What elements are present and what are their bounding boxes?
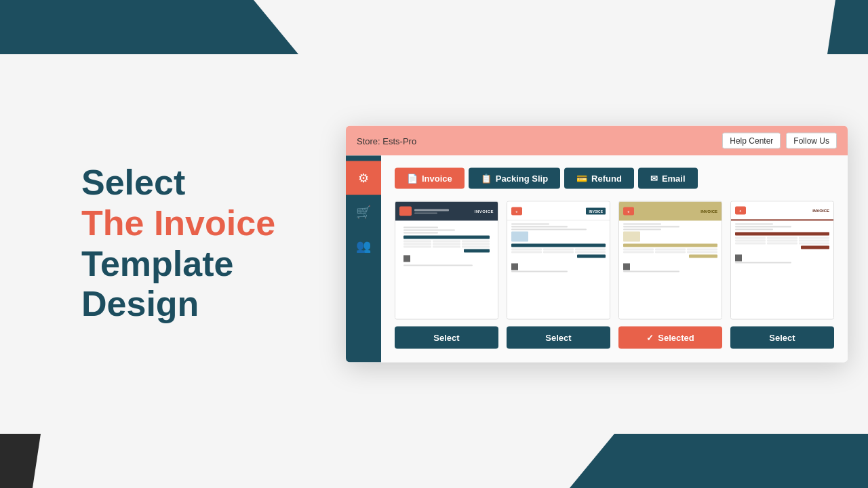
checkmark-icon: ✓ [646,333,654,343]
follow-us-button[interactable]: Follow Us [786,133,837,149]
tpl2-header: e INVOICE [507,202,610,221]
main-content: 📄 Invoice 📋 Packing Slip 💳 Refund ✉ Emai… [381,156,848,363]
tpl1-lines [399,224,494,270]
gear-icon: ⚙ [358,171,369,186]
tpl4-invoice-badge: INVOICE [812,209,829,213]
template-card-3: e INVOICE [618,201,722,349]
template-preview-4: e INVOICE [730,201,834,320]
left-hero-section: Select The Invoice Template Design [81,163,275,325]
tab-invoice-label: Invoice [422,174,452,184]
tpl1-title-block [414,209,472,214]
tab-packing-slip-label: Packing Slip [496,174,548,184]
app-panel: Store: Ests-Pro Help Center Follow Us ⚙ … [346,126,848,363]
selected-label-3: Selected [658,333,694,343]
tpl1-logo [399,207,412,216]
tpl3-header: e INVOICE [619,202,722,221]
template-preview-2: e INVOICE [507,201,610,320]
sidebar-item-settings[interactable]: ⚙ [346,161,381,195]
select-button-1[interactable]: Select [395,327,498,349]
tab-refund-label: Refund [591,174,622,184]
tpl1-title-line [414,209,449,211]
decorative-corner-top-right [827,0,868,54]
email-icon: ✉ [650,174,658,184]
sidebar-item-users[interactable]: 👥 [346,229,381,263]
invoice-icon: 📄 [407,174,418,184]
tab-email[interactable]: ✉ Email [638,168,698,189]
tab-invoice[interactable]: 📄 Invoice [395,168,465,189]
tpl3-lines [619,221,722,277]
template-card-4: e INVOICE [730,201,834,349]
template-card-2: e INVOICE [507,201,610,349]
tpl2-logo: e [511,207,522,215]
store-name: Store: Ests-Pro [357,136,416,146]
templates-grid: INVOICE [395,201,834,349]
hero-line1: Select [81,163,185,202]
hero-line2: The Invoice [81,203,275,243]
tab-email-label: Email [662,174,686,184]
tpl4-lines [731,221,833,268]
refund-icon: 💳 [576,174,587,184]
top-bar-buttons: Help Center Follow Us [722,133,837,149]
tpl1-invoice-label: INVOICE [475,209,494,214]
select-button-3[interactable]: ✓ Selected [618,327,722,349]
help-center-button[interactable]: Help Center [722,133,781,149]
packing-slip-icon: 📋 [481,174,492,184]
template-preview-1: INVOICE [395,201,498,320]
decorative-corner-top-left [0,0,298,54]
top-bar: Store: Ests-Pro Help Center Follow Us [346,126,848,156]
tpl4-header: e INVOICE [731,202,833,221]
decorative-corner-bottom-left [0,434,41,488]
panel-body: ⚙ 🛒 👥 📄 Invoice 📋 Packing Slip [346,156,848,363]
users-icon: 👥 [356,239,371,253]
sidebar: ⚙ 🛒 👥 [346,156,381,363]
tpl1-header: INVOICE [395,202,498,221]
select-button-4[interactable]: Select [730,327,834,349]
template-card-1: INVOICE [395,201,498,349]
tpl2-lines [507,221,610,277]
tpl3-logo: e [623,207,634,216]
decorative-corner-bottom-right [570,434,868,488]
tpl1-body [395,221,498,274]
tpl1-subtitle-line [414,212,437,214]
tpl2-invoice-badge: INVOICE [586,207,606,214]
tpl4-logo: e [735,207,746,215]
template-preview-3: e INVOICE [618,201,722,320]
hero-line4: Design [81,285,199,324]
tab-packing-slip[interactable]: 📋 Packing Slip [469,168,560,189]
sidebar-item-cart[interactable]: 🛒 [346,195,381,229]
tpl3-invoice-badge: INVOICE [701,209,717,214]
cart-icon: 🛒 [356,205,371,220]
tab-refund[interactable]: 💳 Refund [564,168,634,189]
tab-bar: 📄 Invoice 📋 Packing Slip 💳 Refund ✉ Emai… [395,168,834,189]
hero-line3: Template [81,244,233,283]
select-button-2[interactable]: Select [507,327,610,349]
